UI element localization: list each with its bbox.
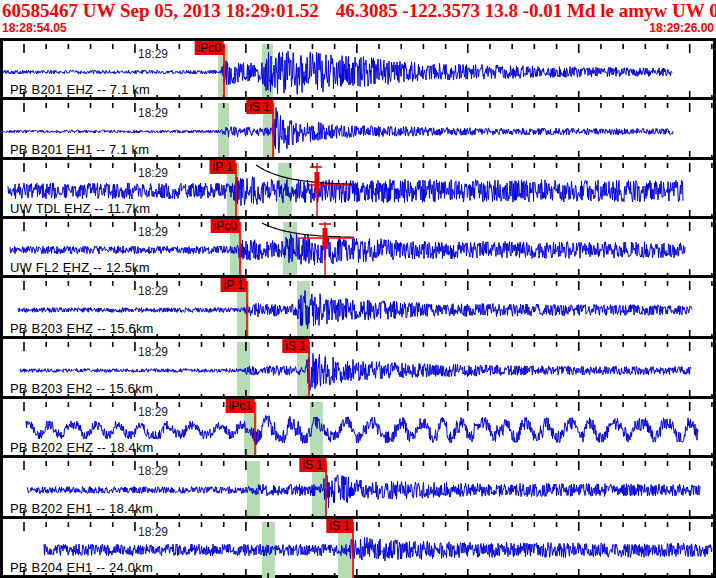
station-channel-label: UW TDL EHZ -- 11.7km <box>10 201 150 216</box>
station-channel-label: PB B204 EH1 -- 24.0km <box>10 560 153 575</box>
station-channel-label: PB B201 EHZ -- 7.1 km <box>10 82 150 97</box>
minute-tick-label: 18:29 <box>138 166 168 180</box>
phase-pick-label[interactable]: iP 1 <box>221 278 247 292</box>
minute-tick-label: 18:29 <box>138 225 168 239</box>
minute-tick-label: 18:29 <box>138 284 168 298</box>
minute-tick-label: 18:29 <box>138 525 168 539</box>
minute-tick-label: 18:29 <box>138 405 168 419</box>
trace-row[interactable]: 18:29 iPc0 PB B201 EHZ -- 7.1 km <box>0 38 716 97</box>
phase-pick-label[interactable]: iS 1 <box>299 458 326 472</box>
trace-row[interactable]: 18:29 iP 1 UW TDL EHZ -- 11.7km <box>0 157 716 216</box>
trace-row[interactable]: 18:29 iS 1 PB B204 EH1 -- 24.0km <box>0 516 716 575</box>
phase-pick-label[interactable]: iPc0 <box>211 219 240 233</box>
station-channel-label: UW FL2 EHZ -- 12.5km <box>10 260 150 275</box>
trace-row[interactable]: 18:29 iS 1 PB B203 EH2 -- 15.6km <box>0 336 716 396</box>
station-channel-label: PB B201 EH1 -- 7.1 km <box>10 142 149 157</box>
station-channel-label: PB B203 EHZ -- 15.6km <box>10 321 154 336</box>
trace-row[interactable]: 18:29 iP 1 PB B203 EHZ -- 15.6km <box>0 275 716 336</box>
station-channel-label: PB B203 EH2 -- 15.6km <box>10 381 153 396</box>
minute-tick-label: 18:29 <box>138 47 168 61</box>
trace-row[interactable]: 18:29 iPc0 UW FL2 EHZ -- 12.5km <box>0 216 716 275</box>
seismogram-app: 60585467 UW Sep 05, 2013 18:29:01.52 46.… <box>0 0 716 578</box>
phase-pick-label[interactable]: iS 1 <box>282 339 309 353</box>
trace-panel: 18:29 iPc0 PB B201 EHZ -- 7.1 km 18:29 i… <box>0 0 716 578</box>
phase-pick-label[interactable]: iS 1 <box>326 519 353 533</box>
station-channel-label: PB B202 EHZ -- 18.4km <box>10 440 154 455</box>
minute-tick-label: 18:29 <box>138 345 168 359</box>
phase-pick-label[interactable]: iPc1 <box>226 399 255 413</box>
trace-row[interactable]: 18:29 iPc1 PB B202 EHZ -- 18.4km <box>0 396 716 455</box>
minute-tick-label: 18:29 <box>138 464 168 478</box>
trace-row[interactable]: 18:29 iS 1 PB B202 EH1 -- 18.4km <box>0 455 716 516</box>
phase-pick-label[interactable]: iPc0 <box>195 41 224 55</box>
minute-tick-label: 18:29 <box>138 106 168 120</box>
station-channel-label: PB B202 EH1 -- 18.4km <box>10 501 153 516</box>
phase-pick-label[interactable]: iP 1 <box>210 160 236 174</box>
trace-row[interactable]: 18:29 iS 1 PB B201 EH1 -- 7.1 km <box>0 97 716 157</box>
phase-pick-label[interactable]: iS 1 <box>246 100 273 114</box>
